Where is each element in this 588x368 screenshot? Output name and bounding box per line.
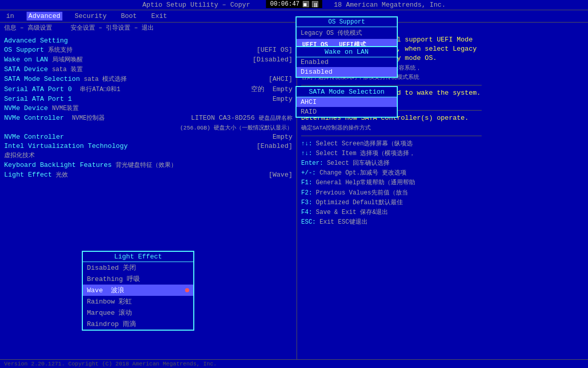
sata-port1-label: Serial ATA Port 1	[4, 95, 72, 103]
wol-popup: Wake on LAN Enabled Disabled	[296, 46, 398, 78]
row-light-effect[interactable]: Light Effect 光效 [Wave]	[4, 170, 292, 180]
os-support-label: OS Support 系统支持	[4, 46, 73, 54]
sata-mode-popup: SATA Mode Selection AHCI RAID	[296, 86, 398, 118]
cn-item-info: 信息 – 高级设置 安全设置 – 引导设置 – 退出	[4, 24, 154, 32]
light-effect-label: Light Effect 光效	[4, 170, 68, 179]
nvme-ctrl2-value: Empty	[273, 133, 292, 141]
menu-item-exit[interactable]: Exit	[149, 12, 169, 20]
light-option-rainbow[interactable]: Rainbow 彩虹	[83, 296, 193, 307]
row-sata-port1: Serial ATA Port 1 Empty	[4, 94, 292, 103]
menu-bar: in Advanced Security Boot Exit	[0, 10, 588, 23]
wol-option-enabled[interactable]: Enabled	[297, 57, 397, 67]
stop-button[interactable]: ■	[303, 1, 309, 7]
sata-option-ahci[interactable]: AHCI	[297, 97, 397, 107]
light-option-breathing[interactable]: Breathing 呼吸	[83, 273, 193, 285]
os-option-legacy[interactable]: Legacy OS 传统模式	[301, 29, 362, 37]
menu-item-advanced[interactable]: Advanced	[27, 12, 62, 20]
nav-help: ↑↓: Select Screen选择屏幕（纵项选 ↑↓: Select Ite…	[301, 139, 482, 228]
row-os-support[interactable]: OS Support 系统支持 [UEFI OS]	[4, 45, 292, 55]
row-nvme-ctrl2: NVMe Controller Empty	[4, 132, 292, 141]
sata-port0-value: 空的 Empty	[243, 84, 292, 94]
wol-option-disabled[interactable]: Disabled	[297, 67, 397, 77]
sata-mode-value: [AHCI]	[268, 75, 292, 83]
row-nvme-device: NVMe Device NVME装置	[4, 103, 292, 113]
wake-on-lan-label: Wake on LAN 局域网唤醒	[4, 55, 83, 64]
nvme-device-label: NVMe Device NVME装置	[4, 104, 79, 113]
wol-popup-title: Wake on LAN	[297, 47, 397, 57]
light-effect-value: [Wave]	[268, 171, 292, 179]
row-nvme-ctrl1: NVMe Controller NVME控制器 LITEON CA3-8D256…	[4, 113, 292, 123]
light-option-wave[interactable]: Wave 波浪	[83, 285, 193, 296]
row-nvme-ctrl1b: (256.0GB) 硬盘大小（一般情况默认显示）	[4, 123, 292, 132]
bottom-bar: Version 2.20.1271. Copyright (C) 2018 Am…	[0, 359, 588, 368]
sata-device-label: SATA Device sata 装置	[4, 65, 83, 74]
keyboard-backlight-label: Keyboard BackLight Features 背光键盘特征（效果）	[4, 161, 177, 169]
sata-popup-title: SATA Mode Selection	[297, 87, 397, 97]
os-popup-title: OS Support	[297, 17, 397, 27]
timer-bar: 00:06:47 ■ ⏸	[266, 0, 322, 8]
bottom-text: Version 2.20.1271. Copyright (C) 2018 Am…	[4, 361, 217, 367]
cn-subtitle-bar: 信息 – 高级设置 安全设置 – 引导设置 – 退出	[0, 23, 588, 33]
nvme-ctrl1-label: NVMe Controller NVME控制器	[4, 114, 105, 122]
light-effect-popup: Light Effect Disabled 关闭 Breathing 呼吸 Wa…	[82, 251, 194, 331]
right-panel: If select UEFI OS,it will support UEFI M…	[297, 33, 486, 360]
light-option-disabled[interactable]: Disabled 关闭	[83, 262, 193, 273]
row-keyboard-backlight: Keyboard BackLight Features 背光键盘特征（效果）	[4, 160, 292, 170]
timer-display: 00:06:47	[270, 1, 300, 8]
radio-dot-indicator	[185, 287, 189, 294]
sata-mode-label: SATA Mode Selection sata 模式选择	[4, 75, 127, 83]
row-sata-device: SATA Device sata 装置	[4, 64, 292, 74]
divider-3	[301, 136, 482, 136]
menu-item-security[interactable]: Security	[73, 12, 108, 20]
virt-tech-label: Intel Virtualization Technology	[4, 142, 128, 150]
menu-item-main[interactable]: in	[4, 12, 16, 20]
row-virt-tech-cn: 虚拟化技术	[4, 150, 292, 160]
row-wake-on-lan[interactable]: Wake on LAN 局域网唤醒 [Disabled]	[4, 55, 292, 64]
section-advanced: Advanced Setting	[4, 35, 292, 45]
virt-tech-value: [Enabled]	[257, 142, 292, 150]
row-virt-tech[interactable]: Intel Virtualization Technology [Enabled…	[4, 141, 292, 150]
advanced-setting-label: Advanced Setting	[4, 37, 68, 45]
virt-tech-cn: 虚拟化技术	[4, 151, 35, 160]
row-sata-mode[interactable]: SATA Mode Selection sata 模式选择 [AHCI]	[4, 74, 292, 84]
nvme-ctrl1-value: LITEON CA3-8D256 硬盘品牌名称	[191, 114, 292, 122]
divider-1	[301, 85, 482, 85]
light-wave-label: Wave 波浪	[87, 286, 124, 295]
light-popup-title: Light Effect	[83, 252, 193, 262]
row-sata-port0: Serial ATA Port 0 串行ATA□0和1 空的 Empty	[4, 84, 292, 94]
os-support-value: [UEFI OS]	[257, 46, 292, 54]
light-option-marquee[interactable]: Marquee 滚动	[83, 307, 193, 318]
wake-on-lan-value: [Disabled]	[253, 56, 292, 63]
light-option-raindrop[interactable]: Raindrop 雨滴	[83, 318, 193, 330]
sata-option-raid[interactable]: RAID	[297, 107, 397, 117]
nvme-ctrl1-size: (256.0GB) 硬盘大小（一般情况默认显示）	[180, 124, 292, 132]
sata-port1-value: Empty	[273, 95, 292, 103]
nvme-ctrl2-label: NVMe Controller	[4, 133, 64, 141]
menu-item-boot[interactable]: Boot	[119, 12, 139, 20]
sata-port0-label: Serial ATA Port 0 串行ATA□0和1	[4, 85, 120, 94]
pause-button[interactable]: ⏸	[312, 1, 318, 7]
